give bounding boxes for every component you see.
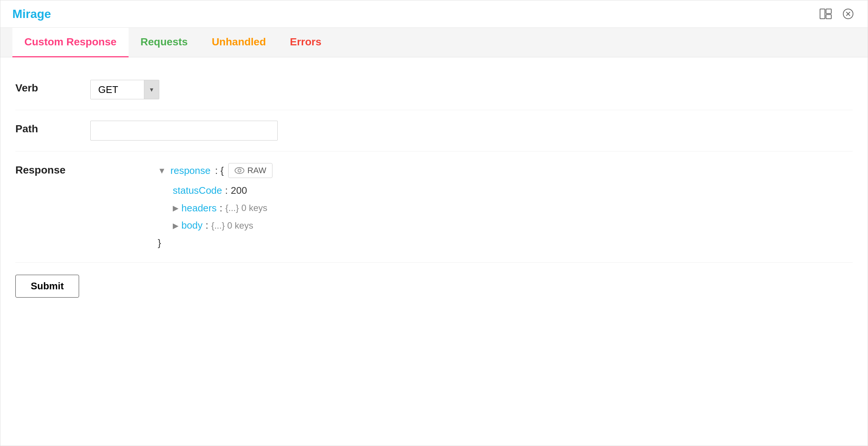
- tab-errors[interactable]: Errors: [278, 28, 334, 57]
- tree-body-line: ▶ body : {...} 0 keys: [173, 217, 272, 234]
- close-icon-button[interactable]: [841, 6, 856, 21]
- tree-headers-meta: {...} 0 keys: [225, 200, 267, 216]
- submit-button[interactable]: Submit: [15, 275, 79, 298]
- path-input[interactable]: [90, 121, 278, 141]
- path-label: Path: [15, 121, 90, 135]
- tab-requests[interactable]: Requests: [129, 28, 200, 57]
- form-section: Verb GET POST PUT PATCH DELETE ▾: [15, 69, 853, 310]
- verb-select-wrapper: GET POST PUT PATCH DELETE ▾: [90, 80, 159, 99]
- layout-icon: [820, 9, 832, 19]
- svg-point-7: [238, 169, 241, 172]
- tree-body-meta: {...} 0 keys: [211, 217, 253, 233]
- response-label: Response: [15, 162, 90, 176]
- raw-button-label: RAW: [247, 166, 266, 175]
- app-title: Mirage: [12, 7, 51, 21]
- raw-button[interactable]: RAW: [228, 163, 273, 178]
- response-row: Response ▼ response : {: [15, 151, 853, 263]
- verb-row: Verb GET POST PUT PATCH DELETE ▾: [15, 69, 853, 110]
- tree-headers-line: ▶ headers : {...} 0 keys: [173, 199, 272, 217]
- tab-bar: Custom Response Requests Unhandled Error…: [0, 28, 868, 57]
- tree-response-key: response: [171, 162, 211, 180]
- collapse-arrow-root[interactable]: ▼: [158, 163, 166, 178]
- expand-arrow-headers[interactable]: ▶: [173, 201, 178, 215]
- expand-arrow-body[interactable]: ▶: [173, 219, 178, 232]
- submit-area: Submit: [15, 263, 853, 310]
- path-row: Path: [15, 110, 853, 151]
- title-bar: Mirage: [0, 0, 868, 28]
- verb-control: GET POST PUT PATCH DELETE ▾: [90, 80, 159, 99]
- svg-rect-0: [820, 9, 825, 19]
- title-bar-actions: [818, 6, 856, 21]
- verb-dropdown-button[interactable]: ▾: [144, 80, 159, 99]
- verb-select[interactable]: GET POST PUT PATCH DELETE: [91, 80, 144, 99]
- tab-custom-response[interactable]: Custom Response: [12, 28, 129, 57]
- path-control: [90, 121, 278, 141]
- tree-statuscode-key: statusCode: [173, 182, 222, 199]
- tree-status-line: statusCode : 200: [173, 182, 272, 199]
- tree-headers-key: headers: [181, 199, 217, 217]
- response-tree: ▼ response : { RAW: [158, 162, 272, 252]
- chevron-down-icon: ▾: [150, 85, 153, 94]
- tree-body-key: body: [181, 217, 202, 234]
- layout-icon-button[interactable]: [818, 6, 833, 21]
- eye-icon: [235, 167, 244, 174]
- tree-closing-brace: }: [158, 234, 272, 252]
- main-window: Mirage Custom Response: [0, 0, 868, 446]
- close-icon: [843, 9, 853, 19]
- tab-unhandled[interactable]: Unhandled: [200, 28, 278, 57]
- content-area: Verb GET POST PUT PATCH DELETE ▾: [0, 57, 868, 446]
- tree-root-line: ▼ response : { RAW: [158, 162, 272, 180]
- svg-rect-1: [826, 9, 831, 13]
- tree-statuscode-value: 200: [231, 182, 247, 199]
- svg-point-6: [235, 168, 244, 174]
- svg-rect-2: [826, 15, 831, 19]
- verb-label: Verb: [15, 80, 90, 94]
